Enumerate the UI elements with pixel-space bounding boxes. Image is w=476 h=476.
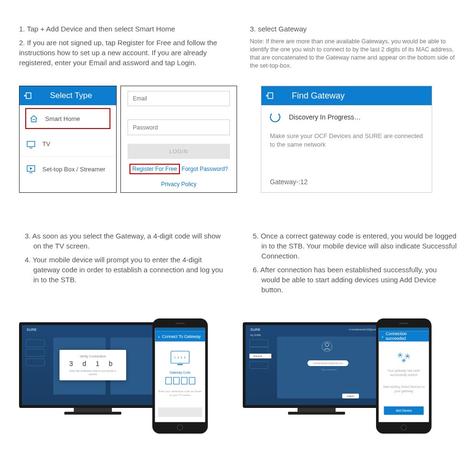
gateway-instruction: Make sure your OCF Devices and SURE are … bbox=[270, 132, 423, 149]
svg-line-14 bbox=[398, 354, 400, 355]
discovery-text: Discovery In Progress… bbox=[289, 113, 361, 121]
tv-brand: SURE bbox=[27, 328, 37, 331]
tv-mock-account: SURE My SURE ✉ suredevtester12@gmail.com… bbox=[243, 322, 390, 415]
success-message-2: Start adding Smart Devices to your gatew… bbox=[382, 385, 426, 393]
gateway-note: Note: If there are more than one availab… bbox=[250, 38, 457, 70]
tv-dialog-subtitle: Enter this verification code on your pho… bbox=[67, 369, 119, 376]
monitor-icon: 1 2 3 4 bbox=[171, 351, 190, 363]
back-arrow-icon[interactable]: ‹ bbox=[158, 333, 160, 339]
avatar-icon bbox=[322, 341, 332, 352]
instruction-step-2: 2. If you are not signed up, tap Registe… bbox=[19, 38, 226, 68]
instruction-step-5: 5. Once a correct gateway code is entere… bbox=[253, 231, 457, 261]
svg-rect-0 bbox=[26, 93, 31, 99]
select-type-header: Select Type bbox=[20, 86, 116, 105]
instruction-step-6: 6. After connection has been established… bbox=[253, 265, 457, 295]
tv-verify-dialog: Verify Connection 3 d 1 b Enter this ver… bbox=[60, 350, 126, 380]
type-item-smart-home[interactable]: Smart Home bbox=[25, 108, 110, 129]
forgot-password-link[interactable]: Forgot Password? bbox=[182, 164, 228, 174]
svg-rect-1 bbox=[27, 141, 35, 147]
tv-icon bbox=[26, 140, 36, 149]
back-arrow-icon[interactable]: ‹ bbox=[382, 333, 384, 339]
register-link[interactable]: Register For Free bbox=[129, 164, 180, 174]
svg-rect-5 bbox=[268, 93, 273, 99]
code-input-boxes[interactable] bbox=[165, 377, 195, 384]
fireworks-icon bbox=[396, 351, 412, 363]
phone-header-connect: ‹ Connect To Gateway bbox=[155, 331, 206, 341]
tv-logout-button[interactable]: Logout bbox=[342, 394, 359, 398]
instruction-step-4: 4. Your mobile device will prompt you to… bbox=[25, 255, 229, 285]
email-field[interactable] bbox=[128, 91, 230, 106]
tv-connected-text: You're connected! bbox=[321, 368, 337, 371]
phone-header-success: ‹ Connection succeeded bbox=[379, 331, 429, 341]
svg-line-22 bbox=[406, 355, 407, 356]
instruction-step-1: 1. Tap + Add Device and then select Smar… bbox=[19, 24, 226, 34]
phone-title-success: Connection succeeded bbox=[386, 332, 426, 341]
type-item-label: Set-top Box / Streamer bbox=[42, 166, 105, 173]
back-icon[interactable] bbox=[266, 91, 275, 100]
instruction-step-3: 3. As soon as you select the Gateway, a … bbox=[25, 231, 229, 251]
play-icon bbox=[26, 165, 36, 173]
spinner-icon bbox=[270, 112, 280, 122]
gateway-item[interactable]: Gateway-:12 bbox=[270, 178, 423, 186]
svg-line-25 bbox=[404, 359, 405, 360]
back-icon[interactable] bbox=[24, 91, 33, 100]
privacy-policy-link[interactable]: Privacy Policy bbox=[128, 181, 230, 188]
find-gateway-header: Find Gateway bbox=[261, 86, 432, 105]
success-message-1: Your gateway has been successfully added… bbox=[382, 369, 426, 377]
phone-title: Connect To Gateway bbox=[162, 334, 201, 338]
login-panel: LOGIN Register For Free Forgot Password?… bbox=[120, 86, 237, 193]
instruction-step-3-top: 3. select Gateway bbox=[250, 24, 457, 34]
svg-point-6 bbox=[325, 343, 329, 347]
phone-mock-connect: ‹ Connect To Gateway 1 2 3 4 Gateway Cod… bbox=[152, 318, 208, 434]
tv-sidebar-account[interactable]: Account bbox=[249, 354, 271, 358]
login-button[interactable]: LOGIN bbox=[128, 144, 230, 159]
type-item-tv[interactable]: TV bbox=[20, 132, 116, 157]
tv-phone-combo-verify: SURE Verify Connection 3 d 1 b Enter thi… bbox=[19, 322, 233, 415]
phone-mock-success: ‹ Connection succeeded Yo bbox=[376, 318, 432, 434]
find-gateway-title: Find Gateway bbox=[284, 91, 345, 101]
type-item-label: TV bbox=[42, 140, 50, 148]
svg-line-17 bbox=[407, 355, 409, 356]
tv-user-label: My SURE bbox=[250, 334, 261, 337]
find-gateway-panel: Find Gateway Discovery In Progress… Make… bbox=[261, 86, 432, 193]
phone-hint: Enter your verification code as shown on… bbox=[158, 390, 202, 397]
select-type-title: Select Type bbox=[42, 91, 92, 100]
tv-phone-combo-success: SURE My SURE ✉ suredevtester12@gmail.com… bbox=[243, 322, 457, 415]
tv-mock-verify: SURE Verify Connection 3 d 1 b Enter thi… bbox=[19, 322, 167, 415]
select-type-panel: Select Type Smart Home TV bbox=[19, 86, 117, 193]
tv-verification-code: 3 d 1 b bbox=[67, 360, 119, 367]
svg-line-9 bbox=[400, 354, 402, 355]
add-device-button[interactable]: Add Device bbox=[384, 407, 424, 415]
type-item-label: Smart Home bbox=[45, 115, 80, 122]
tv-brand: SURE bbox=[250, 328, 260, 331]
home-icon bbox=[29, 114, 39, 123]
type-item-settop[interactable]: Set-top Box / Streamer bbox=[20, 157, 116, 181]
svg-line-30 bbox=[402, 359, 404, 360]
tv-dialog-title: Verify Connection bbox=[67, 355, 119, 358]
password-field[interactable] bbox=[128, 119, 230, 135]
tv-email-badge: suredevtester12@gmail.com bbox=[307, 360, 348, 366]
gateway-code-label: Gateway Code bbox=[169, 371, 190, 374]
